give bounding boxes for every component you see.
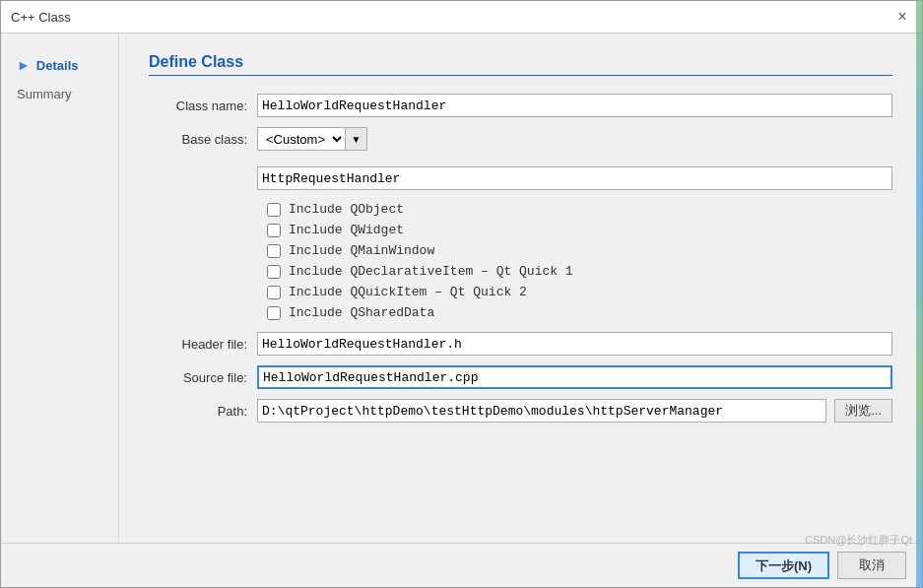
checkbox-qobject[interactable] (267, 203, 281, 217)
sidebar-label-details: Details (36, 58, 79, 73)
section-title: Define Class (149, 53, 892, 76)
watermark: CSDN@长沙红胖子Qt (805, 533, 912, 548)
checkbox-qshareddata[interactable] (267, 306, 281, 320)
sidebar-label-summary: Summary (17, 87, 72, 101)
sidebar-item-summary[interactable]: Summary (11, 83, 108, 105)
cancel-button[interactable]: 取消 (837, 552, 906, 579)
checkbox-group: Include QObject Include QWidget Include … (149, 202, 892, 320)
source-file-input[interactable] (257, 365, 892, 389)
base-class-select-wrapper: <Custom> ▼ (257, 127, 367, 151)
checkbox-item-qmainwindow: Include QMainWindow (267, 243, 892, 258)
checkbox-item-qdeclarativeitem: Include QDeclarativeItem – Qt Quick 1 (267, 264, 892, 279)
source-file-row: Source file: (149, 365, 892, 389)
next-button[interactable]: 下一步(N) (738, 552, 829, 579)
dialog-body: ► Details Summary Define Class Class nam… (1, 33, 922, 543)
base-class-select[interactable]: <Custom> (258, 128, 345, 150)
path-label: Path: (149, 404, 257, 419)
checkbox-item-qobject: Include QObject (267, 202, 892, 217)
checkbox-qmainwindow[interactable] (267, 244, 281, 258)
checkbox-qquickitem[interactable] (267, 286, 281, 299)
sidebar-item-details[interactable]: ► Details (11, 53, 108, 77)
checkbox-qdeclarativeitem[interactable] (267, 265, 281, 279)
checkbox-item-qwidget: Include QWidget (267, 223, 892, 237)
base-class-text-input[interactable] (257, 166, 892, 190)
header-file-label: Header file: (149, 337, 257, 352)
checkbox-label-qdeclarativeitem: Include QDeclarativeItem – Qt Quick 1 (289, 264, 573, 279)
close-button[interactable]: × (892, 7, 912, 27)
title-bar: C++ Class × (1, 1, 922, 33)
base-class-text-row (149, 161, 892, 190)
main-content: Define Class Class name: Base class: <Cu… (119, 33, 922, 543)
checkbox-label-qmainwindow: Include QMainWindow (289, 243, 434, 258)
checkbox-label-qshareddata: Include QSharedData (289, 305, 434, 320)
class-name-label: Class name: (149, 98, 257, 113)
arrow-icon: ► (17, 57, 31, 73)
right-accent-bar (916, 1, 922, 587)
source-file-label: Source file: (149, 370, 257, 385)
header-file-input[interactable] (257, 332, 892, 356)
path-row: Path: 浏览... (149, 399, 892, 423)
dialog-window: C++ Class × ► Details Summary Define Cla… (0, 0, 923, 588)
class-name-input[interactable] (257, 94, 892, 117)
select-arrow-icon[interactable]: ▼ (345, 128, 366, 150)
path-input[interactable] (257, 399, 826, 423)
checkbox-qwidget[interactable] (267, 224, 281, 237)
class-name-row: Class name: (149, 94, 892, 117)
sidebar: ► Details Summary (1, 33, 119, 543)
dialog-title: C++ Class (11, 10, 71, 25)
header-file-row: Header file: (149, 332, 892, 356)
checkbox-item-qshareddata: Include QSharedData (267, 305, 892, 320)
checkbox-label-qwidget: Include QWidget (289, 223, 404, 237)
checkbox-label-qquickitem: Include QQuickItem – Qt Quick 2 (289, 285, 527, 299)
base-class-row: Base class: <Custom> ▼ (149, 127, 892, 151)
base-class-label: Base class: (149, 132, 257, 147)
dialog-footer: 下一步(N) 取消 (1, 543, 922, 587)
browse-button[interactable]: 浏览... (834, 399, 892, 423)
path-input-group: 浏览... (257, 399, 892, 423)
checkbox-label-qobject: Include QObject (289, 202, 404, 217)
checkbox-item-qquickitem: Include QQuickItem – Qt Quick 2 (267, 285, 892, 299)
